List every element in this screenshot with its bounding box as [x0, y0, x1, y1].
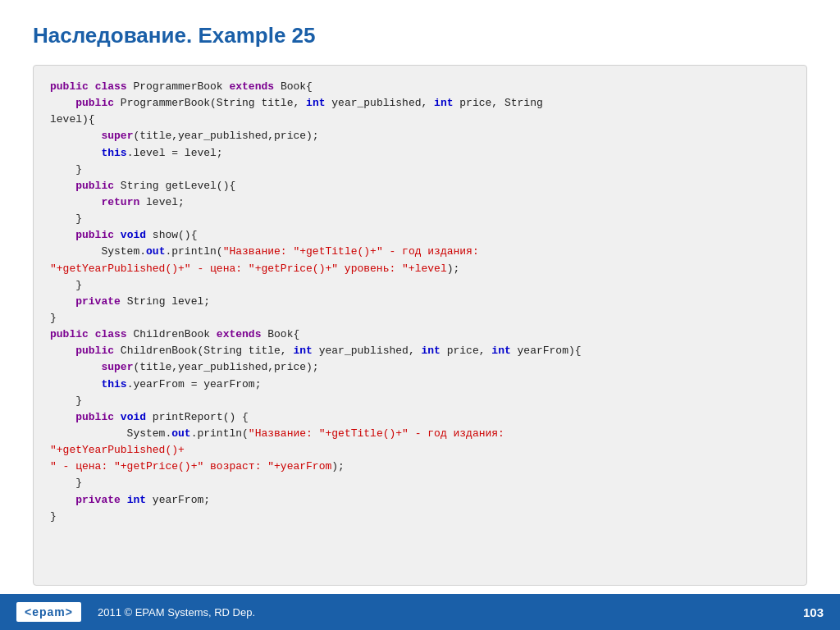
- footer-logo: <epam>: [16, 602, 81, 622]
- footer: <epam> 2011 © EPAM Systems, RD Dep. 103: [0, 594, 840, 630]
- code-text: public class ProgrammerBook extends Book…: [50, 79, 790, 525]
- code-box: public class ProgrammerBook extends Book…: [33, 65, 807, 586]
- footer-copyright: 2011 © EPAM Systems, RD Dep.: [98, 606, 803, 619]
- slide-title: Наследование. Example 25: [0, 0, 840, 57]
- slide-container: Наследование. Example 25 public class Pr…: [0, 0, 840, 630]
- footer-page: 103: [803, 605, 824, 619]
- slide-content: public class ProgrammerBook extends Book…: [0, 57, 840, 594]
